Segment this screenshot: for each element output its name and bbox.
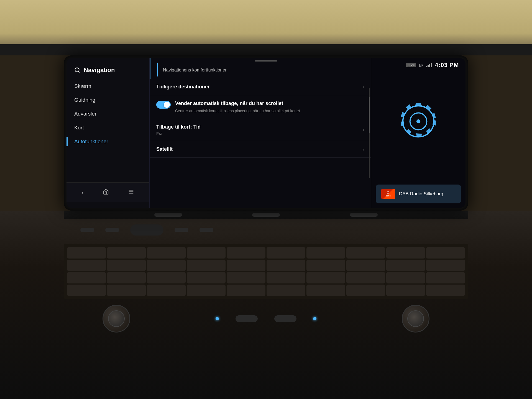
infotainment-screen: LIVE B³ 4:03 PM Navigation: [66, 58, 466, 208]
key-25[interactable]: [227, 272, 265, 283]
key-28[interactable]: [346, 272, 385, 283]
row-subtitle: Fra: [156, 131, 358, 136]
sidebar-item-kort[interactable]: Kort: [66, 121, 149, 135]
key-1[interactable]: [67, 247, 106, 259]
radio-logo-text: SILKEBORG: [386, 191, 391, 197]
mount-button-left: [154, 213, 182, 217]
row-left: Tidligere destinationer: [156, 84, 362, 90]
key-5[interactable]: [227, 247, 265, 259]
key-33[interactable]: [147, 285, 186, 296]
key-12[interactable]: [107, 260, 146, 271]
sidebar-item-autofunktioner[interactable]: Autofunktioner: [66, 135, 149, 149]
key-21[interactable]: [67, 272, 106, 283]
hvac-btn-4[interactable]: [200, 228, 213, 232]
hvac-btn-1[interactable]: [80, 228, 94, 232]
toggle-thumb: [164, 102, 170, 108]
car-dashboard-top: [0, 0, 532, 55]
sidebar-item-advarsler[interactable]: Advarsler: [66, 107, 149, 121]
center-btn-1[interactable]: [236, 315, 258, 322]
settings-row-tilbage-til-kort[interactable]: Tilbage til kort: Tid Fra ›: [150, 119, 371, 141]
screen-bezel: LIVE B³ 4:03 PM Navigation: [64, 55, 468, 211]
key-32[interactable]: [107, 285, 146, 296]
scroll-indicator: [369, 88, 370, 178]
toggle-container[interactable]: [156, 101, 171, 109]
toggle-title: Vender automatisk tilbage, når du har sc…: [175, 100, 364, 107]
chevron-right-icon: ›: [362, 146, 364, 152]
signal-bar-4: [431, 63, 432, 67]
key-8[interactable]: [346, 247, 385, 259]
key-40[interactable]: [426, 285, 465, 296]
mount-button-center: [252, 213, 280, 217]
key-6[interactable]: [267, 247, 305, 259]
scroll-thumb[interactable]: [369, 97, 370, 133]
toggle-track[interactable]: [156, 101, 171, 109]
settings-row-tidligere-destinationer[interactable]: Tidligere destinationer ›: [150, 79, 371, 95]
key-19[interactable]: [386, 260, 425, 271]
hamburger-icon: [128, 189, 134, 195]
key-16[interactable]: [267, 260, 305, 271]
key-36[interactable]: [267, 285, 305, 296]
status-bar: LIVE B³ 4:03 PM: [406, 62, 459, 69]
menu-button[interactable]: [124, 186, 139, 198]
key-23[interactable]: [147, 272, 186, 283]
key-2[interactable]: [107, 247, 146, 259]
key-30[interactable]: [426, 272, 465, 283]
sidebar-item-guidning[interactable]: Guidning: [66, 93, 149, 107]
key-29[interactable]: [386, 272, 425, 283]
key-4[interactable]: [187, 247, 226, 259]
radio-item[interactable]: SILKEBORG DAB Radio Silkeborg: [376, 185, 461, 203]
key-13[interactable]: [147, 260, 186, 271]
bt-badge: B³: [419, 63, 423, 68]
radio-logo: SILKEBORG: [381, 189, 395, 199]
hvac-btn-3[interactable]: [175, 228, 188, 232]
row-left: Satellit: [156, 146, 362, 152]
key-10[interactable]: [426, 247, 465, 259]
key-7[interactable]: [306, 247, 345, 259]
key-31[interactable]: [67, 285, 106, 296]
key-38[interactable]: [346, 285, 385, 296]
hvac-btn-2[interactable]: [105, 228, 119, 232]
key-3[interactable]: [147, 247, 186, 259]
key-27[interactable]: [306, 272, 345, 283]
key-18[interactable]: [346, 260, 385, 271]
bottom-nav: ‹: [66, 182, 149, 202]
mount-button-right: [350, 213, 378, 217]
home-icon: [103, 189, 109, 195]
key-39[interactable]: [386, 285, 425, 296]
key-34[interactable]: [187, 285, 226, 296]
key-22[interactable]: [107, 272, 146, 283]
key-9[interactable]: [386, 247, 425, 259]
key-15[interactable]: [227, 260, 265, 271]
dial-right[interactable]: [402, 305, 429, 332]
key-26[interactable]: [267, 272, 305, 283]
key-17[interactable]: [306, 260, 345, 271]
screen-handle: [255, 60, 277, 62]
sidebar: Navigation Skærm Guidning Advarsler Kort: [66, 58, 150, 208]
dial-left[interactable]: [103, 305, 130, 332]
settings-gear-icon: [396, 99, 441, 144]
key-37[interactable]: [306, 285, 345, 296]
section-header: Navigationens komfortfunktioner: [157, 63, 364, 76]
search-icon: [74, 67, 80, 73]
row-title: Tidligere destinationer: [156, 84, 358, 90]
key-14[interactable]: [187, 260, 226, 271]
screen-mount: [64, 211, 468, 219]
settings-row-satellit[interactable]: Satellit ›: [150, 141, 371, 158]
signal-bar-3: [429, 64, 430, 67]
radio-station-name: DAB Radio Silkeborg: [399, 191, 443, 197]
indicator-light-1: [216, 317, 219, 320]
row-title: Satellit: [156, 146, 358, 152]
sidebar-item-skaerm[interactable]: Skærm: [66, 79, 149, 93]
home-button[interactable]: [98, 186, 113, 198]
key-24[interactable]: [187, 272, 226, 283]
center-btn-2[interactable]: [274, 315, 296, 322]
sidebar-title: Navigation: [84, 66, 115, 74]
car-dashboard-bottom: [0, 211, 532, 399]
key-20[interactable]: [426, 260, 465, 271]
keyboard-area: [64, 244, 468, 299]
toggle-text: Vender automatisk tilbage, når du har sc…: [175, 100, 364, 114]
back-button[interactable]: ‹: [77, 187, 88, 198]
chevron-right-icon: ›: [362, 84, 364, 90]
key-11[interactable]: [67, 260, 106, 271]
key-35[interactable]: [227, 285, 265, 296]
